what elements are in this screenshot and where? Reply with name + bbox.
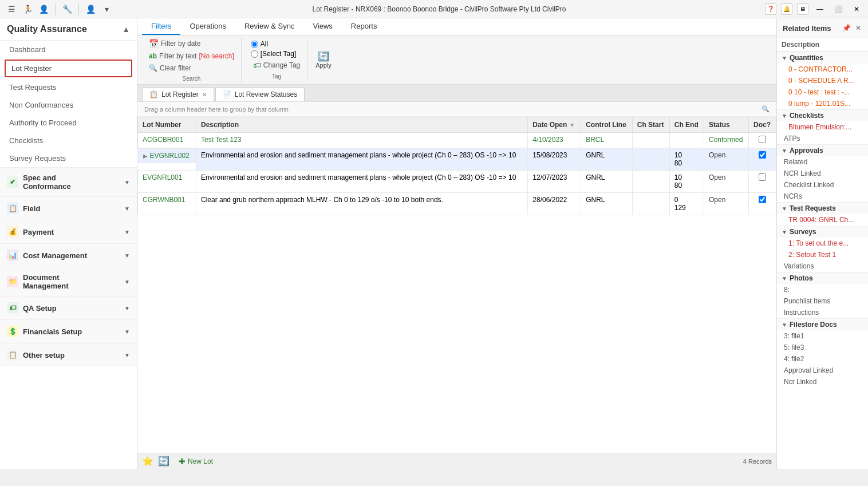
person-settings-icon[interactable]: 👤 bbox=[37, 2, 50, 16]
sidebar-section-payment[interactable]: 💰 Payment ▼ bbox=[0, 220, 137, 243]
tools-icon[interactable]: 🔧 bbox=[60, 2, 74, 16]
sidebar-section-financials[interactable]: 💲 Financials Setup ▼ bbox=[0, 319, 137, 343]
pin-button[interactable]: 📌 bbox=[841, 23, 852, 33]
sidebar-section-other[interactable]: 📋 Other setup ▼ bbox=[0, 343, 137, 366]
doc-cell[interactable] bbox=[748, 193, 776, 215]
doc-checkbox[interactable] bbox=[759, 173, 766, 181]
tree-item-bitumen[interactable]: Bitumen Emulsion:... bbox=[777, 121, 868, 133]
tree-item-survey1[interactable]: 1: To set out the e... bbox=[777, 238, 868, 249]
sidebar-item-non-conformances[interactable]: Non Conformances bbox=[0, 96, 137, 114]
tree-section-test-requests[interactable]: ▼ Test Requests bbox=[777, 202, 868, 214]
lot-number-cell[interactable]: EVGNRL001 bbox=[138, 171, 196, 193]
col-header-doc[interactable]: Doc? bbox=[748, 117, 776, 133]
tree-item-related[interactable]: Related bbox=[777, 156, 868, 168]
filter-by-text-button[interactable]: ab Filter by text [No search] bbox=[147, 51, 236, 61]
expand-icon[interactable]: ▶ bbox=[143, 153, 148, 159]
tree-item-contractor[interactable]: 0 - CONTRACTOR... bbox=[777, 64, 868, 75]
tree-item-variations[interactable]: Variations bbox=[777, 260, 868, 272]
doc-checkbox[interactable] bbox=[759, 136, 766, 143]
menu-icon[interactable]: ☰ bbox=[5, 2, 18, 16]
doc-checkbox[interactable] bbox=[759, 196, 766, 203]
apply-button[interactable]: 🔄 Apply bbox=[312, 49, 335, 71]
lot-number-cell[interactable]: ACGCBR001 bbox=[138, 133, 196, 148]
tree-item-ncrs[interactable]: NCRs bbox=[777, 191, 868, 202]
person-run-icon[interactable]: 🏃 bbox=[21, 2, 34, 16]
select-tag-radio[interactable]: [Select Tag] bbox=[251, 50, 303, 58]
tree-item-test[interactable]: 0 10 - test : test : -... bbox=[777, 86, 868, 98]
sidebar-section-cost-management[interactable]: 📊 Cost Management ▼ bbox=[0, 243, 137, 267]
sidebar-item-checklists[interactable]: Checklists bbox=[0, 132, 137, 149]
table-row[interactable]: ACGCBR001 Test Test 123 4/10/2023 BRCL bbox=[138, 133, 776, 148]
doc-checkbox[interactable] bbox=[759, 151, 766, 159]
tree-item-file1[interactable]: 3: file1 bbox=[777, 330, 868, 342]
filter-by-date-button[interactable]: 📅 Filter by date bbox=[147, 38, 236, 49]
tree-section-filestore[interactable]: ▼ Filestore Docs bbox=[777, 318, 868, 330]
approvals-expand-icon[interactable]: ▼ bbox=[782, 148, 787, 154]
sidebar-item-lot-register[interactable]: Lot Register bbox=[5, 60, 132, 77]
doc-cell[interactable] bbox=[748, 133, 776, 148]
tree-item-atps[interactable]: ATPs bbox=[777, 133, 868, 144]
person-arrow-icon[interactable]: 👤 bbox=[84, 2, 97, 16]
minimize-button[interactable]: — bbox=[813, 3, 827, 15]
sidebar-section-field[interactable]: 📋 Field ▼ bbox=[0, 196, 137, 220]
col-header-date-open[interactable]: Date Open ▼ bbox=[528, 117, 581, 133]
tree-section-surveys[interactable]: ▼ Surveys bbox=[777, 226, 868, 238]
display-icon[interactable]: 🖥 bbox=[797, 3, 808, 15]
tree-item-approval-linked[interactable]: Approval Linked bbox=[777, 365, 868, 376]
tree-item-file3[interactable]: 5: file3 bbox=[777, 342, 868, 353]
col-header-ch-start[interactable]: Ch Start bbox=[632, 117, 669, 133]
surveys-expand-icon[interactable]: ▼ bbox=[782, 229, 787, 235]
col-header-lot-number[interactable]: Lot Number bbox=[138, 117, 196, 133]
tree-item-photo8[interactable]: 8: bbox=[777, 284, 868, 295]
tree-section-checklists[interactable]: ▼ Checklists bbox=[777, 109, 868, 121]
tree-item-tr0004[interactable]: TR 0004: GNRL Ch... bbox=[777, 214, 868, 226]
sidebar-collapse-button[interactable]: ▲ bbox=[122, 25, 130, 34]
col-header-status[interactable]: Status bbox=[704, 117, 748, 133]
lot-number-cell[interactable]: ▶ EVGNRL002 bbox=[138, 148, 196, 163]
sidebar-item-survey-requests[interactable]: Survey Requests bbox=[0, 149, 137, 167]
sidebar-item-dashboard[interactable]: Dashboard bbox=[0, 41, 137, 58]
tree-item-survey2[interactable]: 2: Setout Test 1 bbox=[777, 249, 868, 260]
tab-views[interactable]: Views bbox=[303, 18, 341, 35]
doc-cell[interactable] bbox=[748, 171, 776, 193]
tree-section-photos[interactable]: ▼ Photos bbox=[777, 272, 868, 284]
tree-item-checklist-linked[interactable]: Checklist Linked bbox=[777, 179, 868, 191]
lot-number-link[interactable]: EVGNRL001 bbox=[143, 173, 182, 181]
dropdown-arrow-icon[interactable]: ▾ bbox=[100, 2, 113, 16]
clear-filter-button[interactable]: 🔍 Clear filter bbox=[147, 63, 236, 73]
sidebar-section-qa-setup[interactable]: 🏷 QA Setup ▼ bbox=[0, 296, 137, 319]
lot-number-cell[interactable]: CGRWNB001 bbox=[138, 193, 196, 215]
table-row[interactable]: EVGNRL001 Environmental and erosion and … bbox=[138, 171, 776, 193]
lot-number-link[interactable]: CGRWNB001 bbox=[143, 196, 185, 204]
col-header-description[interactable]: Description bbox=[196, 117, 527, 133]
lot-register-tab-close[interactable]: ✕ bbox=[202, 92, 207, 98]
sidebar-item-test-requests[interactable]: Test Requests bbox=[0, 78, 137, 96]
tree-item-punchlist[interactable]: Punchlist Items bbox=[777, 295, 868, 307]
filestore-expand-icon[interactable]: ▼ bbox=[782, 322, 787, 328]
table-row[interactable]: ▶ EVGNRL002 Environmental and erosion an… bbox=[138, 148, 776, 171]
tree-item-ncr-linked2[interactable]: Ncr Linked bbox=[777, 376, 868, 388]
sync-icon[interactable]: 🔄 bbox=[158, 456, 169, 467]
quantities-expand-icon[interactable]: ▼ bbox=[782, 55, 787, 61]
lot-number-link[interactable]: EVGNRL002 bbox=[150, 152, 190, 160]
col-header-control-line[interactable]: Control Line bbox=[581, 117, 633, 133]
restore-button[interactable]: ⬜ bbox=[831, 3, 845, 15]
table-row[interactable]: CGRWNB001 Clear and grub northern approa… bbox=[138, 193, 776, 215]
doc-cell[interactable] bbox=[748, 148, 776, 171]
col-header-ch-end[interactable]: Ch End bbox=[669, 117, 704, 133]
change-tag-button[interactable]: 🏷 Change Tag bbox=[251, 60, 303, 71]
checklists-expand-icon[interactable]: ▼ bbox=[782, 113, 787, 119]
sidebar-item-authority-to-proceed[interactable]: Authority to Proceed bbox=[0, 114, 137, 132]
tab-operations[interactable]: Operations bbox=[180, 18, 235, 35]
panel-close-button[interactable]: ✕ bbox=[854, 23, 862, 33]
tree-item-schedule[interactable]: 0 - SCHEDULE A R... bbox=[777, 75, 868, 86]
tab-review-sync[interactable]: Review & Sync bbox=[235, 18, 303, 35]
tab-reports[interactable]: Reports bbox=[342, 18, 386, 35]
tree-section-approvals[interactable]: ▼ Approvals bbox=[777, 144, 868, 156]
tab-filters[interactable]: Filters bbox=[142, 18, 180, 35]
grid-search-icon[interactable]: 🔍 bbox=[762, 105, 770, 113]
close-button[interactable]: ✕ bbox=[850, 3, 863, 15]
test-requests-expand-icon[interactable]: ▼ bbox=[782, 206, 787, 212]
photos-expand-icon[interactable]: ▼ bbox=[782, 275, 787, 282]
bell-icon[interactable]: 🔔 bbox=[781, 3, 792, 15]
